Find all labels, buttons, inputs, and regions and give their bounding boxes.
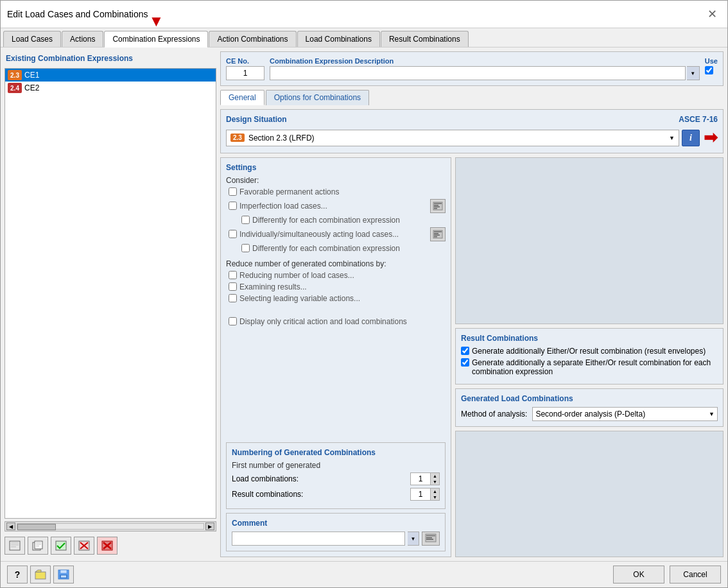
- main-content: Existing Combination Expressions 2.3 CE1…: [1, 48, 727, 561]
- rc1-label: Generate additionally Either/Or result c…: [472, 347, 706, 356]
- comment-title: Comment: [232, 519, 440, 528]
- svg-rect-8: [36, 546, 39, 546]
- left-panel: Existing Combination Expressions 2.3 CE1…: [4, 51, 216, 557]
- delete-button[interactable]: [97, 537, 117, 555]
- new-item-button[interactable]: [4, 537, 25, 555]
- load-up-btn[interactable]: ▲: [430, 473, 439, 479]
- save-icon: [58, 569, 69, 580]
- tab-actions[interactable]: Actions: [62, 31, 103, 47]
- horizontal-scrollbar[interactable]: ◀ ▶: [4, 521, 216, 532]
- settings-panel: Settings Consider: Favorable permanent a…: [220, 157, 451, 557]
- tab-result-combinations[interactable]: Result Combinations: [381, 31, 469, 47]
- svg-rect-27: [426, 535, 435, 537]
- rc-title: Result Combinations: [461, 334, 718, 343]
- empty-area-bottom: [455, 431, 724, 557]
- svg-rect-30: [35, 572, 46, 579]
- list-item[interactable]: 2.3 CE1: [5, 69, 216, 82]
- check-button[interactable]: [51, 537, 71, 555]
- design-situation-section: Design Situation ASCE 7-16 2.3 Section 2…: [220, 109, 724, 153]
- main-window: Edit Load Cases and Combinations ✕ Load …: [0, 0, 728, 588]
- tab-options[interactable]: Options for Combinations: [266, 90, 369, 105]
- individually-settings-btn[interactable]: [430, 227, 446, 241]
- ok-button[interactable]: OK: [613, 566, 664, 584]
- delete-icon: [101, 540, 113, 551]
- tab-combination-expressions[interactable]: ▼ Combination Expressions: [104, 31, 208, 48]
- method-select[interactable]: Second-order analysis (P-Delta) ▼: [532, 407, 718, 421]
- secondary-tabs: General Options for Combinations: [220, 90, 724, 105]
- empty-area: [455, 157, 724, 324]
- badge-ce2: 2.4: [8, 83, 22, 93]
- tab-load-cases[interactable]: Load Cases: [3, 31, 61, 47]
- imperfection-each-item: Differently for each combination express…: [226, 216, 446, 225]
- design-title-row: Design Situation ASCE 7-16: [226, 115, 718, 124]
- scroll-right[interactable]: ▶: [205, 523, 214, 530]
- favorable-checkbox[interactable]: [229, 187, 237, 196]
- method-row: Method of analysis: Second-order analysi…: [461, 407, 718, 421]
- tab-load-combinations[interactable]: Load Combinations: [297, 31, 380, 47]
- svg-rect-2: [11, 544, 19, 546]
- rc-item-1: Generate additionally Either/Or result c…: [461, 347, 718, 356]
- svg-rect-34: [61, 576, 66, 578]
- rc1-checkbox[interactable]: [461, 347, 469, 355]
- desc-dropdown[interactable]: ▼: [687, 66, 700, 80]
- examining-item: Examining results...: [226, 282, 446, 291]
- individually-checkbox[interactable]: [229, 230, 237, 238]
- svg-rect-22: [434, 231, 442, 232]
- display-critical-checkbox[interactable]: [229, 317, 237, 325]
- tab-action-combinations[interactable]: Action Combinations: [209, 31, 296, 47]
- reducing-checkbox[interactable]: [229, 271, 237, 279]
- display-critical-item: Display only critical action and load co…: [226, 317, 446, 326]
- right-panel: CE No. Combination Expression Descriptio…: [220, 51, 724, 557]
- result-num-row: Result combinations: ▲ ▼: [232, 488, 440, 501]
- ce-no-input[interactable]: [226, 66, 264, 80]
- examining-checkbox[interactable]: [229, 282, 237, 291]
- result-down-btn[interactable]: ▼: [430, 494, 439, 500]
- design-select[interactable]: 2.3 Section 2.3 (LRFD) ▼: [226, 130, 679, 146]
- result-spinner[interactable]: ▲ ▼: [410, 488, 440, 501]
- tab-general[interactable]: General: [220, 90, 264, 105]
- result-spinner-input[interactable]: [411, 489, 430, 499]
- ce-no-group: CE No.: [226, 57, 264, 80]
- imperfection-each-checkbox[interactable]: [241, 216, 250, 224]
- load-num-row: Load combinations: ▲ ▼: [232, 472, 440, 485]
- info-button[interactable]: i: [682, 130, 700, 146]
- top-fields-row: CE No. Combination Expression Descriptio…: [220, 51, 724, 86]
- svg-rect-20: [434, 208, 437, 209]
- consider-section: Consider: Favorable permanent actions Im…: [226, 176, 446, 253]
- copy-button[interactable]: [28, 537, 48, 555]
- display-critical-label: Display only critical action and load co…: [239, 317, 407, 326]
- load-spinner[interactable]: ▲ ▼: [410, 472, 440, 485]
- design-dropdown-arrow: ▼: [669, 135, 675, 141]
- uncheck-button[interactable]: [74, 537, 94, 555]
- comment-input[interactable]: [232, 532, 405, 546]
- cancel-button[interactable]: Cancel: [670, 566, 721, 584]
- desc-input[interactable]: [270, 66, 686, 80]
- red-arrow-top: ▼: [149, 12, 164, 30]
- rc2-checkbox[interactable]: [461, 358, 469, 367]
- imperfection-settings-btn[interactable]: [430, 199, 446, 213]
- favorable-item: Favorable permanent actions: [226, 187, 446, 196]
- help-button[interactable]: ?: [7, 566, 28, 584]
- close-button[interactable]: ✕: [704, 6, 721, 22]
- desc-label: Combination Expression Description: [270, 57, 700, 65]
- save-button[interactable]: [53, 566, 74, 584]
- scroll-thumb[interactable]: [17, 524, 56, 530]
- list-item[interactable]: 2.4 CE2: [5, 82, 216, 94]
- open-button[interactable]: [30, 566, 51, 584]
- imperfection-checkbox[interactable]: [229, 202, 237, 210]
- individually-each-checkbox[interactable]: [241, 244, 250, 252]
- svg-rect-23: [434, 233, 438, 234]
- scroll-track[interactable]: [17, 523, 204, 530]
- rc2-label: Generate additionally a separate Either/…: [472, 358, 718, 376]
- load-spinner-input[interactable]: [411, 474, 430, 484]
- result-up-btn[interactable]: ▲: [430, 489, 439, 494]
- load-down-btn[interactable]: ▼: [430, 479, 439, 485]
- comment-icon: [425, 533, 437, 544]
- use-checkbox[interactable]: [705, 66, 713, 74]
- selecting-checkbox[interactable]: [229, 294, 237, 302]
- comment-settings-btn[interactable]: [422, 532, 440, 546]
- reduce-label: Reduce number of generated combinations …: [226, 259, 446, 268]
- badge-ce1: 2.3: [8, 70, 22, 80]
- scroll-left[interactable]: ◀: [6, 523, 15, 530]
- comment-dropdown[interactable]: ▼: [408, 532, 419, 546]
